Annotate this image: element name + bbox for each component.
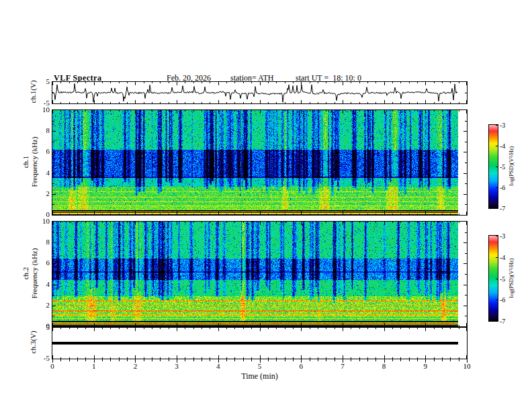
x-axis-tick [467, 359, 468, 363]
x-axis-tick [425, 359, 426, 363]
y-tick-label: 2 [31, 189, 50, 198]
x-axis-tick [218, 359, 219, 363]
x-axis-tick [169, 359, 169, 361]
panel-ch1-waveform [52, 81, 468, 104]
x-axis-tick [77, 359, 78, 361]
x-axis-tick [375, 359, 376, 361]
colorbar-tick-label: -6 [500, 295, 505, 304]
ch2-spectrogram-canvas [52, 222, 467, 326]
x-axis-tick [409, 359, 410, 361]
ch1-frequency-axis-label: ch.1 Frequency (kHz) [21, 125, 39, 199]
ch1-channel-label: ch.1 [21, 125, 30, 199]
x-axis-tick [384, 359, 385, 363]
colorbar-ch2-canvas [489, 236, 498, 321]
panel-ch3-waveform [52, 327, 468, 359]
x-axis-tick [193, 359, 194, 361]
ch1-spectrogram-canvas [52, 110, 467, 215]
x-axis-tick [69, 359, 70, 361]
colorbar-tick-label: -3 [500, 121, 505, 130]
colorbar-tick-label: -5 [500, 275, 505, 283]
x-axis-tick [160, 359, 161, 361]
x-axis-tick [417, 359, 418, 361]
colorbar-tick-label: -7 [500, 317, 505, 326]
ch1-waveform-canvas [52, 82, 467, 103]
y-tick-label: 4 [31, 169, 50, 177]
x-axis-tick [119, 359, 120, 361]
colorbar-ch1-canvas [489, 125, 498, 208]
x-axis-tick [276, 359, 277, 361]
x-axis-tick [177, 359, 177, 363]
x-tick-label: 2 [128, 362, 142, 371]
x-axis-tick [359, 359, 360, 361]
x-axis-title: Time (min) [226, 371, 294, 381]
y-tick-label: 6 [31, 259, 50, 267]
x-tick-label: 1 [87, 362, 101, 371]
y-tick-label: 2 [31, 301, 50, 310]
panel-ch2-spectrogram [52, 221, 468, 327]
x-axis-tick [293, 359, 294, 361]
x-axis-tick [243, 359, 244, 361]
x-axis-tick [60, 359, 61, 361]
x-axis-tick [326, 359, 326, 361]
x-axis-tick [351, 359, 351, 361]
x-axis-tick [442, 359, 443, 361]
colorbar-tick-label: -7 [500, 204, 505, 213]
x-axis-tick [102, 359, 103, 361]
colorbar-ch2-unit-label: log(PSD)(V²/Hz) [508, 248, 515, 308]
x-axis-tick [226, 359, 227, 361]
x-tick-label: 5 [253, 362, 267, 371]
x-tick-label: 8 [378, 362, 391, 371]
x-axis-tick [152, 359, 152, 361]
x-axis-tick [251, 359, 252, 361]
x-axis-tick [318, 359, 318, 361]
x-tick-label: 7 [336, 362, 349, 371]
x-axis-tick [185, 359, 185, 361]
x-tick-label: 0 [46, 362, 59, 371]
ch2-channel-label: ch.2 [21, 236, 30, 310]
panel-ch1-spectrogram [52, 109, 468, 216]
y-tick-label: 10 [31, 217, 50, 226]
colorbar-tick-label: -4 [500, 253, 505, 262]
x-axis-tick [234, 359, 235, 361]
y-tick-label: 10 [31, 105, 50, 114]
x-axis-tick [343, 359, 343, 363]
colorbar-tick-label: -6 [500, 183, 505, 192]
x-axis-tick [310, 359, 310, 361]
ch2-frequency-label: Frequency (kHz) [30, 236, 39, 310]
x-axis-tick [85, 359, 86, 361]
x-axis-tick [392, 359, 393, 361]
y-tick-label: 4 [31, 280, 50, 289]
x-axis-tick [127, 359, 128, 361]
vlf-spectra-figure: VLF Spectra Feb. 20, 2026 station= ATH s… [0, 0, 532, 411]
x-axis-tick [400, 359, 401, 361]
x-tick-label: 9 [418, 362, 432, 371]
x-axis-tick [210, 359, 210, 361]
colorbar-tick-label: -4 [500, 142, 505, 150]
x-tick-label: 6 [294, 362, 308, 371]
x-axis-tick [110, 359, 111, 361]
x-tick-label: 10 [460, 362, 474, 371]
x-axis-tick [367, 359, 368, 361]
x-axis-tick [268, 359, 269, 361]
x-axis-tick [450, 359, 451, 361]
x-axis-tick [459, 359, 459, 361]
colorbar-ch1 [488, 124, 498, 209]
colorbar-tick-label: -5 [500, 163, 505, 171]
y-tick-label: 5 [31, 77, 50, 86]
x-axis-tick [135, 359, 136, 363]
colorbar-ch1-unit-label: log(PSD)(V²/Hz) [508, 136, 515, 196]
ch1-frequency-label: Frequency (kHz) [30, 125, 39, 199]
colorbar-ch2 [488, 235, 498, 322]
y-tick-label: 8 [31, 238, 50, 246]
x-axis-tick [260, 359, 261, 363]
x-axis-tick [434, 359, 435, 361]
y-tick-label: 8 [31, 126, 50, 135]
ch3-waveform-canvas [52, 328, 467, 359]
x-axis-tick [301, 359, 302, 363]
colorbar-tick-label: -3 [500, 232, 505, 240]
x-axis-tick [285, 359, 285, 361]
x-axis-tick [94, 359, 95, 363]
x-tick-label: 4 [212, 362, 225, 371]
x-axis-tick [52, 359, 53, 363]
ch2-frequency-axis-label: ch.2 Frequency (kHz) [21, 236, 39, 310]
